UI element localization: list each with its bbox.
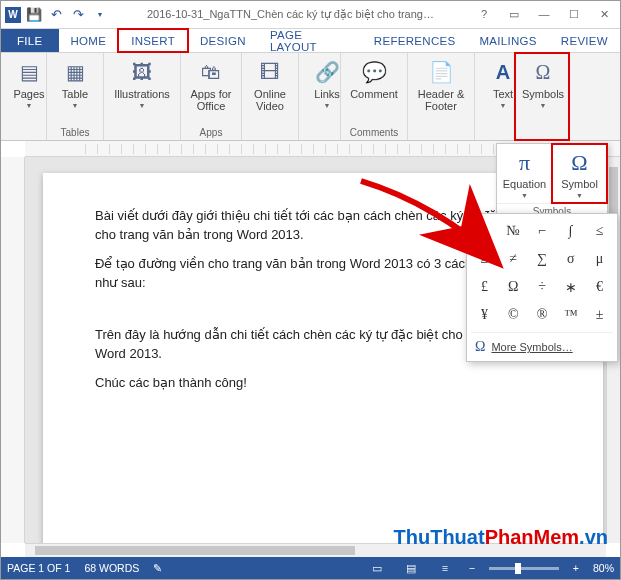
close-icon[interactable]: ✕ bbox=[592, 8, 616, 21]
pages-button[interactable]: ▤ Pages ▼ bbox=[5, 56, 53, 111]
ribbon-display-icon[interactable]: ▭ bbox=[502, 8, 526, 21]
maximize-icon[interactable]: ☐ bbox=[562, 8, 586, 21]
comment-button[interactable]: 💬 Comment bbox=[345, 56, 403, 102]
tab-page-layout[interactable]: PAGE LAYOUT bbox=[258, 29, 362, 52]
group-label bbox=[412, 137, 470, 140]
group-illustrations: 🖼 Illustrations ▼ bbox=[104, 53, 181, 140]
view-web-icon[interactable]: ≡ bbox=[435, 560, 455, 576]
symbol-glyph[interactable]: ® bbox=[529, 302, 556, 328]
symbol-glyph[interactable]: ≥ bbox=[471, 246, 498, 272]
save-icon[interactable]: 💾 bbox=[25, 6, 43, 24]
table-button[interactable]: ▦ Table ▼ bbox=[51, 56, 99, 111]
omega-icon: Ω bbox=[571, 150, 587, 176]
watermark-part1: ThuThuat bbox=[394, 526, 485, 548]
status-page[interactable]: PAGE 1 OF 1 bbox=[7, 562, 70, 574]
status-words[interactable]: 68 WORDS bbox=[84, 562, 139, 574]
symbol-glyph[interactable]: © bbox=[500, 302, 527, 328]
tab-design[interactable]: DESIGN bbox=[188, 29, 258, 52]
tab-review[interactable]: REVIEW bbox=[549, 29, 620, 52]
scroll-thumb[interactable] bbox=[35, 546, 355, 555]
symbol-glyph[interactable]: ≠ bbox=[500, 246, 527, 272]
symbols-button[interactable]: Ω Symbols ▼ bbox=[519, 56, 567, 111]
symbol-glyph[interactable]: № bbox=[500, 218, 527, 244]
proofing-icon[interactable]: ✎ bbox=[153, 562, 162, 574]
symbol-glyph[interactable]: ∑ bbox=[529, 246, 556, 272]
chevron-down-icon: ▼ bbox=[72, 102, 79, 109]
vertical-ruler[interactable] bbox=[1, 157, 25, 543]
group-links: 🔗 Links ▼ bbox=[299, 53, 341, 140]
online-video-button[interactable]: 🎞 Online Video bbox=[246, 56, 294, 114]
comment-icon: 💬 bbox=[360, 58, 388, 86]
zoom-level[interactable]: 80% bbox=[593, 562, 614, 574]
group-text: A Text ▼ bbox=[475, 53, 515, 140]
symbol-glyph[interactable]: ∫ bbox=[557, 218, 584, 244]
omega-icon: Ω bbox=[529, 58, 557, 86]
group-symbols: Ω Symbols ▼ bbox=[515, 53, 569, 140]
group-label bbox=[246, 137, 294, 140]
symbol-glyph[interactable]: ™ bbox=[557, 302, 584, 328]
illustrations-label: Illustrations bbox=[114, 88, 170, 100]
zoom-thumb[interactable] bbox=[515, 563, 521, 574]
zoom-in-icon[interactable]: + bbox=[573, 562, 579, 574]
symbol-glyph[interactable]: € bbox=[586, 274, 613, 300]
chevron-down-icon: ▼ bbox=[324, 102, 331, 109]
status-bar: PAGE 1 OF 1 68 WORDS ✎ ▭ ▤ ≡ − + 80% bbox=[1, 557, 620, 579]
symbol-glyph[interactable]: ≤ bbox=[586, 218, 613, 244]
quick-access-toolbar: W 💾 ↶ ↷ ▾ bbox=[5, 6, 109, 24]
chevron-down-icon: ▼ bbox=[576, 192, 583, 199]
tab-home[interactable]: HOME bbox=[59, 29, 119, 52]
ribbon-insert: ▤ Pages ▼ ▦ Table ▼ Tables 🖼 Illustratio… bbox=[1, 53, 620, 141]
symbols-label: Symbols bbox=[522, 88, 564, 100]
window-controls: ? ▭ — ☐ ✕ bbox=[472, 8, 616, 21]
header-footer-button[interactable]: 📄 Header & Footer bbox=[412, 56, 470, 114]
symbol-glyph[interactable]: μ bbox=[586, 246, 613, 272]
group-label-apps: Apps bbox=[185, 126, 237, 140]
text-icon: A bbox=[489, 58, 517, 86]
more-symbols-item[interactable]: Ω More Symbols… bbox=[471, 332, 613, 357]
symbol-glyph[interactable]: ∗ bbox=[557, 274, 584, 300]
equation-button[interactable]: π Equation ▼ bbox=[497, 144, 552, 203]
chevron-down-icon: ▼ bbox=[521, 192, 528, 199]
illustrations-icon: 🖼 bbox=[128, 58, 156, 86]
view-read-icon[interactable]: ▭ bbox=[367, 560, 387, 576]
video-icon: 🎞 bbox=[256, 58, 284, 86]
equation-label: Equation bbox=[503, 178, 546, 190]
help-icon[interactable]: ? bbox=[472, 8, 496, 21]
tab-mailings[interactable]: MAILINGS bbox=[467, 29, 548, 52]
view-print-icon[interactable]: ▤ bbox=[401, 560, 421, 576]
word-app-icon: W bbox=[5, 7, 21, 23]
undo-icon[interactable]: ↶ bbox=[47, 6, 65, 24]
zoom-slider[interactable] bbox=[489, 567, 559, 570]
symbol-glyph[interactable]: ÷ bbox=[529, 274, 556, 300]
redo-icon[interactable]: ↷ bbox=[69, 6, 87, 24]
symbol-glyph[interactable]: ◊ bbox=[471, 218, 498, 244]
group-apps: 🛍 Apps for Office Apps bbox=[181, 53, 242, 140]
symbol-button[interactable]: Ω Symbol ▼ bbox=[552, 144, 607, 203]
group-label-tables: Tables bbox=[51, 126, 99, 140]
group-label bbox=[303, 137, 336, 140]
more-symbols-label: More Symbols… bbox=[491, 341, 572, 353]
minimize-icon[interactable]: — bbox=[532, 8, 556, 21]
tab-references[interactable]: REFERENCES bbox=[362, 29, 468, 52]
tab-file[interactable]: FILE bbox=[1, 29, 59, 52]
apps-button[interactable]: 🛍 Apps for Office bbox=[185, 56, 237, 114]
illustrations-button[interactable]: 🖼 Illustrations ▼ bbox=[108, 56, 176, 111]
zoom-out-icon[interactable]: − bbox=[469, 562, 475, 574]
group-pages: ▤ Pages ▼ bbox=[1, 53, 47, 140]
chevron-down-icon: ▼ bbox=[500, 102, 507, 109]
header-footer-icon: 📄 bbox=[427, 58, 455, 86]
qat-dropdown-icon[interactable]: ▾ bbox=[91, 6, 109, 24]
tab-insert[interactable]: INSERT bbox=[118, 29, 188, 52]
symbol-glyph[interactable]: ⌐ bbox=[529, 218, 556, 244]
symbol-grid: ◊№⌐∫≤≥≠∑σμ£Ω÷∗€¥©®™± bbox=[471, 218, 613, 328]
title-bar: W 💾 ↶ ↷ ▾ 2016-10-31_NgaTTN_Chèn các ký … bbox=[1, 1, 620, 29]
symbol-glyph[interactable]: £ bbox=[471, 274, 498, 300]
symbol-glyph[interactable]: ± bbox=[586, 302, 613, 328]
symbol-glyph[interactable]: ¥ bbox=[471, 302, 498, 328]
symbol-gallery: ◊№⌐∫≤≥≠∑σμ£Ω÷∗€¥©®™± Ω More Symbols… bbox=[466, 213, 618, 362]
paragraph[interactable]: Chúc các bạn thành công! bbox=[95, 374, 551, 393]
pages-icon: ▤ bbox=[15, 58, 43, 86]
symbol-glyph[interactable]: Ω bbox=[500, 274, 527, 300]
symbol-glyph[interactable]: σ bbox=[557, 246, 584, 272]
table-label: Table bbox=[62, 88, 88, 100]
